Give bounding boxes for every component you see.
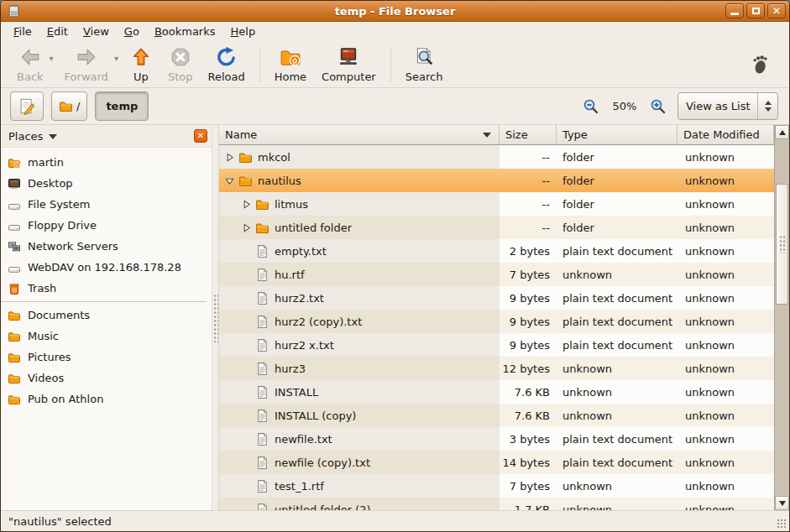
menu-item-bookmarks[interactable]: Bookmarks [147, 23, 223, 39]
sidebar-item-webdav-on-192-168-178-28[interactable]: WebDAV on 192.168.178.28 [1, 257, 212, 278]
file-name: newfile.txt [275, 433, 332, 446]
column-header-date-label: Date Modified [683, 128, 760, 141]
places-header[interactable]: Places ✕ [1, 125, 212, 148]
pane-resize-handle[interactable] [212, 125, 219, 510]
sidebar-item-label: Desktop [28, 177, 73, 190]
table-row-install-copy[interactable]: INSTALL (copy)7.6 KBunknownunknown [219, 404, 774, 427]
sidebar-item-videos[interactable]: Videos [1, 368, 212, 389]
close-sidebar-button[interactable]: ✕ [194, 129, 207, 143]
sidebar-item-pub-on-athlon[interactable]: Pub on Athlon [1, 389, 212, 409]
toolbar-forward-button[interactable]: Forward [57, 44, 116, 86]
file-name-cell: hurz2 x.txt [219, 333, 500, 357]
file-type-cell: plain text document [557, 427, 678, 451]
table-row-newfile-copy-txt[interactable]: newfile (copy).txt14 bytesplain text doc… [219, 451, 774, 474]
menu-item-go[interactable]: Go [117, 23, 147, 39]
file-date-cell: unknown [678, 427, 774, 451]
table-row-hurz2-txt[interactable]: hurz2.txt9 bytesplain text documentunkno… [219, 286, 774, 310]
zoom-in-icon[interactable] [650, 98, 667, 115]
toolbar-back-history-dropdown[interactable]: ▾ [50, 54, 54, 63]
table-row-install[interactable]: INSTALL7.6 KBunknownunknown [219, 380, 774, 404]
minimize-button[interactable] [725, 3, 744, 18]
sidebar-item-network-servers[interactable]: Network Servers [1, 236, 212, 257]
sidebar-item-file-system[interactable]: File System [1, 194, 212, 215]
menu-item-view[interactable]: View [76, 23, 117, 39]
toolbar-up-button[interactable]: Up [122, 44, 160, 86]
column-header-date-modified[interactable]: Date Modified [678, 125, 774, 145]
menu-item-edit[interactable]: Edit [39, 23, 76, 39]
menu-item-label: Go [124, 25, 139, 38]
file-name: empty.txt [275, 245, 327, 258]
sidebar-item-label: Pub on Athlon [28, 393, 103, 405]
table-row-hu-rtf[interactable]: hu.rtf7 bytesunknownunknown [219, 263, 774, 286]
file-type-cell: plain text document [557, 451, 678, 474]
expander-collapsed-icon[interactable] [241, 223, 252, 232]
sidebar-item-trash[interactable]: Trash [1, 278, 212, 299]
menubar: FileEditViewGoBookmarksHelp [1, 22, 789, 41]
sidebar-item-pictures[interactable]: Pictures [1, 347, 212, 368]
toolbar-forward-history-dropdown[interactable]: ▾ [114, 54, 118, 63]
menu-item-file[interactable]: File [6, 23, 39, 39]
sidebar-item-documents[interactable]: Documents [1, 305, 212, 326]
table-row-hurz2-x-txt[interactable]: hurz2 x.txt9 bytesplain text documentunk… [219, 333, 774, 357]
file-size-cell: 7 bytes [500, 263, 557, 286]
expander-expanded-icon[interactable] [224, 176, 235, 185]
maximize-button[interactable] [746, 3, 765, 18]
menu-item-help[interactable]: Help [223, 23, 264, 39]
toolbar-reload-button[interactable]: Reload [200, 44, 252, 86]
sidebar-item-music[interactable]: Music [1, 326, 212, 347]
sidebar-item-floppy-drive[interactable]: Floppy Drive [1, 215, 212, 236]
file-name-cell: newfile (copy).txt [219, 451, 500, 474]
file-name-cell: empty.txt [219, 239, 500, 263]
sidebar-item-label: File System [28, 198, 90, 211]
path-current-folder-button[interactable]: temp [95, 91, 149, 121]
window-resize-grip[interactable] [777, 519, 787, 529]
zoom-out-icon[interactable] [583, 98, 599, 115]
table-row-newfile-txt[interactable]: newfile.txt3 bytesplain text documentunk… [219, 427, 774, 451]
sidebar-item-desktop[interactable]: Desktop [1, 173, 212, 194]
forward-arrow-icon [76, 46, 97, 68]
sidebar-item-martin[interactable]: martin [1, 152, 212, 173]
text-file-icon [255, 268, 269, 282]
edit-location-button[interactable] [10, 91, 44, 121]
toolbar-back-button[interactable]: Back [9, 44, 51, 86]
file-name-cell: hurz3 [219, 357, 500, 380]
scrollbar-trough[interactable] [775, 139, 789, 496]
table-row-test-1-rtf[interactable]: test_1.rtf7 bytesunknownunknown [219, 474, 774, 498]
column-header-name[interactable]: Name [219, 125, 500, 145]
file-name: untitled folder (2) [275, 503, 371, 511]
arrow-up-icon [779, 130, 786, 135]
column-header-size[interactable]: Size [500, 125, 557, 145]
table-row-empty-txt[interactable]: empty.txt2 bytesplain text documentunkno… [219, 239, 774, 263]
column-header-type[interactable]: Type [557, 125, 678, 145]
table-row-untitled-folder-2[interactable]: untitled folder (2)1.7 KBunknownunknown [219, 498, 774, 510]
toolbar-computer-button[interactable]: Computer [314, 44, 384, 86]
table-row-hurz3[interactable]: hurz312 bytesunknownunknown [219, 357, 774, 380]
toolbar: Back▾Forward▾UpStopReloadHomeComputerSea… [1, 41, 789, 88]
stop-icon [170, 46, 191, 68]
table-row-nautilus[interactable]: nautilus--folderunknown [219, 169, 774, 192]
path-root-button[interactable]: / [51, 91, 87, 121]
close-button[interactable]: ✕ [767, 3, 786, 18]
toolbar-search-button[interactable]: Search [398, 44, 451, 86]
toolbar-stop-button[interactable]: Stop [160, 44, 201, 86]
expander-collapsed-icon[interactable] [241, 200, 252, 209]
toolbar-home-button[interactable]: Home [267, 44, 314, 86]
view-mode-dropdown[interactable]: View as List [678, 92, 778, 120]
scrollbar-thumb[interactable] [776, 184, 788, 305]
places-sidebar: Places ✕ martinDesktopFile SystemFloppy … [1, 125, 212, 510]
file-type-cell: plain text document [557, 239, 678, 263]
expander-collapsed-icon[interactable] [224, 153, 235, 162]
table-row-litmus[interactable]: litmus--folderunknown [219, 192, 774, 216]
folder-icon [59, 99, 73, 113]
file-date-cell: unknown [678, 239, 774, 263]
file-name: hu.rtf [275, 269, 305, 281]
table-row-mkcol[interactable]: mkcol--folderunknown [219, 145, 774, 169]
table-row-untitled-folder[interactable]: untitled folder--folderunknown [219, 216, 774, 239]
file-size-cell: 7.6 KB [500, 380, 557, 404]
scroll-down-button[interactable] [775, 496, 789, 510]
window-title: temp - File Browser [1, 5, 789, 18]
scroll-up-button[interactable] [775, 125, 789, 139]
file-list-rows: mkcol--folderunknownnautilus--folderunkn… [219, 145, 774, 510]
table-row-hurz2-copy-txt[interactable]: hurz2 (copy).txt9 bytesplain text docume… [219, 310, 774, 333]
window-menu-icon[interactable] [7, 4, 21, 18]
